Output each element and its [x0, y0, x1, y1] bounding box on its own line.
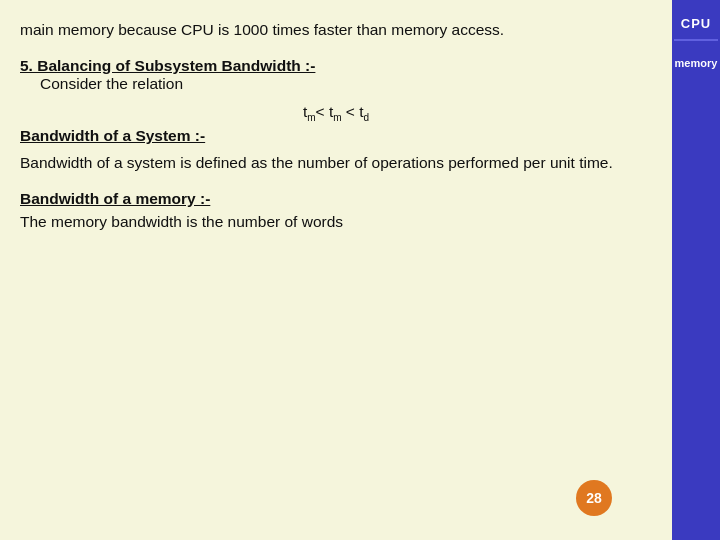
bandwidth-system-heading: Bandwidth of a System :-	[20, 127, 652, 145]
sidebar-divider	[674, 39, 718, 41]
bandwidth-memory-heading: Bandwidth of a memory :-	[20, 190, 652, 208]
right-sidebar: CPU memory	[672, 0, 720, 540]
section5: 5. Balancing of Subsystem Bandwidth :- C…	[20, 57, 652, 93]
formula-tm1: tm< tm < td	[303, 103, 369, 120]
bandwidth-memory-desc: The memory bandwidth is the number of wo…	[20, 210, 652, 235]
section5-subtext: Consider the relation	[40, 75, 652, 93]
intro-text: main memory because CPU is 1000 times fa…	[20, 18, 652, 43]
sidebar-top: CPU memory	[672, 0, 720, 540]
bandwidth-system-desc: Bandwidth of a system is defined as the …	[20, 151, 652, 176]
page-badge: 28	[576, 480, 612, 516]
sidebar-memory-label: memory	[675, 57, 718, 69]
section5-heading: 5. Balancing of Subsystem Bandwidth :-	[20, 57, 315, 74]
main-content: main memory because CPU is 1000 times fa…	[0, 0, 672, 540]
formula-row: tm< tm < td	[20, 103, 652, 123]
sidebar-cpu-label: CPU	[681, 16, 711, 31]
